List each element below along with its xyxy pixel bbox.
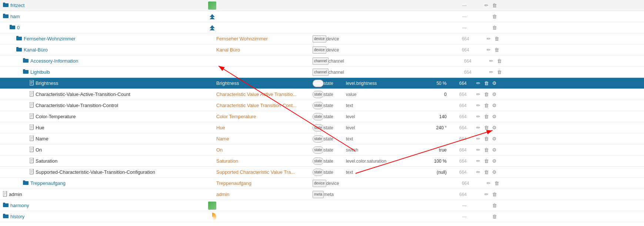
edit-button[interactable]: ✏ <box>475 169 481 176</box>
row-name-col: admin <box>1 191 216 198</box>
row-name-text: Hue <box>36 125 44 130</box>
table-row-admin[interactable]: admin admin meta meta 664 ✏ 🗑 <box>0 189 644 200</box>
delete-button[interactable]: 🗑 <box>491 213 498 220</box>
row-icon-folder <box>16 47 22 53</box>
svg-rect-1 <box>3 3 5 4</box>
edit-button[interactable]: ✏ <box>483 191 490 198</box>
delete-button[interactable]: 🗑 <box>494 47 500 53</box>
delete-button[interactable]: 🗑 <box>491 202 498 209</box>
edit-button[interactable]: ✏ <box>475 113 481 120</box>
row-obj-id: 664 <box>450 125 468 130</box>
table-row-harmony[interactable]: harmony — 🗑 <box>0 200 644 211</box>
edit-button[interactable]: ✏ <box>485 180 492 187</box>
edit-button[interactable]: ✏ <box>475 124 481 131</box>
table-row-brightness[interactable]: Brightness Brightness state state level.… <box>0 78 644 89</box>
gear-button[interactable]: ⚙ <box>491 124 498 131</box>
table-row-hue[interactable]: Hue Hue state state level 240 ° 664 ✏ 🗑 … <box>0 122 644 133</box>
row-type: meta <box>324 192 346 197</box>
table-row-kanal-buero[interactable]: Kanal-Büro Kanal Büro device device 664 … <box>0 44 644 56</box>
delete-button[interactable]: 🗑 <box>483 147 490 153</box>
table-row-ham[interactable]: ham — 🗑 <box>0 11 644 22</box>
delete-button[interactable]: 🗑 <box>491 191 498 198</box>
svg-rect-14 <box>23 59 29 63</box>
row-obj-id: 664 <box>452 47 471 53</box>
table-row-accessory-info[interactable]: Accessory-Information channel channel 66… <box>0 56 644 67</box>
row-obj-id: 664 <box>450 147 468 153</box>
main-table: fritzect — ✏ 🗑 ham — <box>0 0 644 222</box>
edit-button[interactable]: ✏ <box>475 91 481 98</box>
row-actions: ✏ 🗑 ⚙ <box>468 80 498 87</box>
delete-button[interactable]: 🗑 <box>483 80 490 87</box>
delete-button[interactable]: 🗑 <box>491 2 498 9</box>
row-actions: ✏ 🗑 <box>471 36 500 42</box>
table-row-ham-0[interactable]: 0 — 🗑 <box>0 22 644 33</box>
delete-button[interactable]: 🗑 <box>494 36 500 42</box>
svg-marker-9 <box>210 28 215 30</box>
edit-button[interactable]: ✏ <box>483 2 490 9</box>
row-obj-id: — <box>450 203 468 208</box>
table-row-name-row[interactable]: Name Name state state text 664 ✏ 🗑 ⚙ <box>0 133 644 144</box>
delete-button[interactable]: 🗑 <box>483 136 490 142</box>
row-name-text: Kanal-Büro <box>24 47 48 53</box>
edit-button[interactable]: ✏ <box>485 36 492 42</box>
row-display-name: Saturation <box>216 158 313 164</box>
table-row-lightbulb[interactable]: Lightbulb channel channel 664 ✏ 🗑 <box>0 67 644 78</box>
row-value: 100 % <box>413 159 450 164</box>
delete-button[interactable]: 🗑 <box>483 113 490 120</box>
delete-button[interactable]: 🗑 <box>483 102 490 109</box>
row-actions: ✏ 🗑 ⚙ <box>468 158 498 164</box>
delete-button[interactable]: 🗑 <box>483 169 490 176</box>
table-row-char-transition-ctrl[interactable]: Characteristic-Value-Transition-Control … <box>0 100 644 111</box>
row-obj-id: 664 <box>450 136 468 142</box>
row-display-name: Name <box>216 136 313 142</box>
delete-button[interactable]: 🗑 <box>494 180 500 187</box>
row-type: state <box>324 103 346 108</box>
gear-button[interactable]: ⚙ <box>491 169 498 176</box>
table-row-fritzect[interactable]: fritzect — ✏ 🗑 <box>0 0 644 11</box>
delete-button[interactable]: 🗑 <box>483 91 490 98</box>
gear-button[interactable]: ⚙ <box>491 102 498 109</box>
edit-button[interactable]: ✏ <box>475 158 481 164</box>
table-row-color-temperature[interactable]: Color-Temperature Color Temperature stat… <box>0 111 644 122</box>
row-obj-id: 664 <box>450 92 468 97</box>
table-row-on-row[interactable]: On On state state switch true 664 ✏ 🗑 ⚙ <box>0 144 644 156</box>
delete-button[interactable]: 🗑 <box>491 13 498 20</box>
delete-button[interactable]: 🗑 <box>491 24 498 31</box>
table-row-treppenaufgang[interactable]: Treppenaufgang Treppenaufgang device dev… <box>0 178 644 189</box>
row-badge-col: channel <box>313 57 328 65</box>
table-row-fernseher[interactable]: Fernseher-Wohnzimmer Fernseher Wohnzimme… <box>0 33 644 44</box>
row-obj-id: 664 <box>450 159 468 164</box>
row-value: 240 ° <box>413 125 450 130</box>
gear-button[interactable]: ⚙ <box>491 113 498 120</box>
svg-rect-0 <box>3 3 9 7</box>
row-icon-folder <box>3 202 9 209</box>
edit-button[interactable]: ✏ <box>488 69 494 76</box>
row-name-text: 0 <box>17 25 20 30</box>
gear-button[interactable]: ⚙ <box>491 136 498 142</box>
table-row-saturation[interactable]: Saturation Saturation state state level.… <box>0 156 644 167</box>
row-type: state <box>324 125 346 130</box>
delete-button[interactable]: 🗑 <box>496 58 503 64</box>
row-name-text: Color-Temperature <box>36 114 76 119</box>
row-type: device <box>326 181 348 186</box>
table-row-history[interactable]: history — 🗑 <box>0 211 644 222</box>
edit-button[interactable]: ✏ <box>475 136 481 142</box>
row-badge-col: state <box>313 124 324 132</box>
edit-button[interactable]: ✏ <box>475 147 481 153</box>
row-value: 140 <box>413 114 450 119</box>
edit-button[interactable]: ✏ <box>475 80 481 87</box>
delete-button[interactable]: 🗑 <box>483 158 490 164</box>
gear-button[interactable]: ⚙ <box>491 158 498 164</box>
table-row-char-active[interactable]: Characteristic-Value-Active-Transition-C… <box>0 89 644 100</box>
table-row-supported-char[interactable]: Supported-Characteristic-Value-Transitio… <box>0 167 644 178</box>
edit-button[interactable]: ✏ <box>485 47 492 53</box>
svg-rect-2 <box>3 14 9 18</box>
edit-button[interactable]: ✏ <box>475 102 481 109</box>
gear-button[interactable]: ⚙ <box>491 91 498 98</box>
gear-button[interactable]: ⚙ <box>491 147 498 153</box>
delete-button[interactable]: 🗑 <box>496 69 503 76</box>
row-badge-col: device <box>313 180 326 187</box>
gear-button[interactable]: ⚙ <box>491 80 498 87</box>
delete-button[interactable]: 🗑 <box>483 124 490 131</box>
edit-button[interactable]: ✏ <box>488 58 494 64</box>
